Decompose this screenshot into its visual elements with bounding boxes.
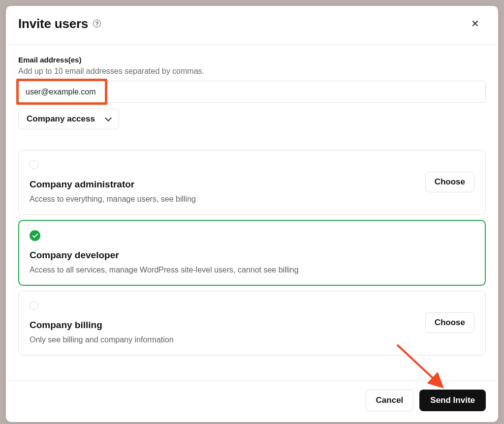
close-icon: ✕ [471, 18, 479, 29]
role-content: Company administrator Access to everythi… [30, 160, 196, 204]
role-description: Access to all services, manage WordPress… [30, 266, 299, 274]
help-icon[interactable]: ? [93, 20, 101, 28]
role-content: Company billing Only see billing and com… [30, 301, 174, 344]
role-title: Company billing [30, 320, 174, 331]
dropdown-label: Company access [27, 114, 95, 124]
modal-header: Invite users ? ✕ [6, 6, 498, 45]
close-button[interactable]: ✕ [467, 16, 483, 31]
choose-button[interactable]: Choose [425, 312, 474, 333]
modal-title: Invite users [18, 16, 88, 31]
role-title: Company developer [30, 250, 299, 261]
send-invite-button[interactable]: Send Invite [419, 390, 486, 411]
invite-users-modal: Invite users ? ✕ Email address(es) Add u… [6, 6, 498, 422]
role-card-developer[interactable]: Company developer Access to all services… [18, 220, 486, 286]
role-title: Company administrator [30, 179, 196, 190]
choose-button[interactable]: Choose [425, 172, 474, 192]
modal-footer: Cancel Send Invite [6, 380, 498, 422]
role-card-billing[interactable]: Company billing Only see billing and com… [18, 291, 486, 356]
role-content: Company developer Access to all services… [30, 230, 299, 274]
email-input-wrap [18, 81, 486, 103]
role-description: Access to everything, manage users, see … [30, 195, 196, 204]
chevron-down-icon [105, 115, 112, 121]
role-description: Only see billing and company information [30, 335, 174, 344]
role-card-administrator[interactable]: Company administrator Access to everythi… [18, 150, 486, 215]
email-label: Email address(es) [18, 56, 486, 64]
email-input[interactable] [18, 81, 486, 103]
radio-unchecked-icon[interactable] [30, 301, 38, 310]
cancel-button[interactable]: Cancel [366, 390, 414, 411]
check-icon [32, 234, 38, 238]
radio-checked-icon[interactable] [30, 230, 40, 241]
radio-unchecked-icon[interactable] [30, 160, 38, 169]
modal-title-wrap: Invite users ? [18, 16, 101, 31]
role-list: Company administrator Access to everythi… [18, 150, 486, 356]
company-access-dropdown[interactable]: Company access [18, 109, 119, 129]
modal-body: Email address(es) Add up to 10 email add… [6, 45, 498, 380]
email-hint: Add up to 10 email addresses separated b… [18, 67, 486, 76]
